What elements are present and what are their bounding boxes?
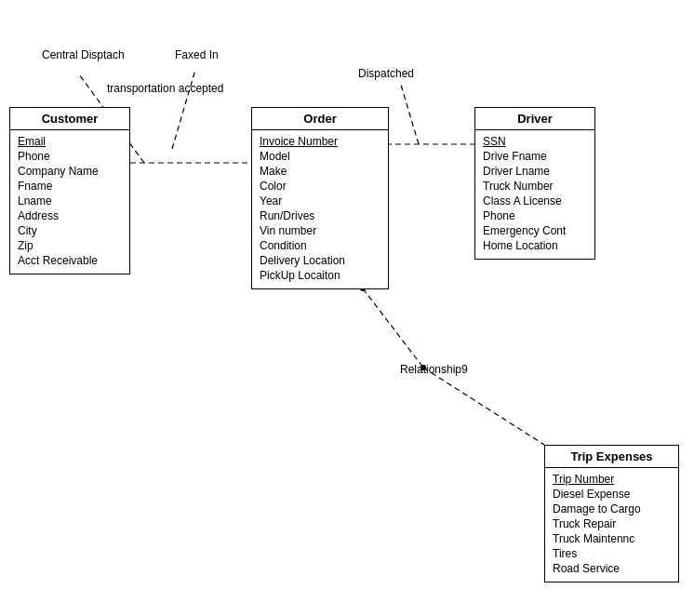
label-central-disptach: Central Disptach [42,48,125,61]
entity-customer: Customer Email Phone Company Name Fname … [9,107,130,275]
svg-line-4 [400,82,419,144]
entity-trip-expenses: Trip Expenses Trip Number Diesel Expense… [544,445,679,583]
label-relationship9: Relationship9 [400,363,468,376]
field-drive-fname: Drive Fname [483,149,587,164]
field-ssn: SSN [483,134,587,149]
entity-trip-expenses-header: Trip Expenses [545,446,678,468]
entity-trip-expenses-body: Trip Number Diesel Expense Damage to Car… [545,468,678,582]
field-driver-phone: Phone [483,208,587,223]
field-address: Address [18,208,122,223]
field-city: City [18,223,122,238]
field-make: Make [260,164,380,179]
entity-driver-body: SSN Drive Fname Driver Lname Truck Numbe… [475,130,594,259]
field-pickup-location: PickUp Locaiton [260,268,380,283]
field-truck-maintennc: Truck Maintennc [553,531,671,546]
field-model: Model [260,149,380,164]
entity-customer-body: Email Phone Company Name Fname Lname Add… [10,130,129,274]
field-truck-repair: Truck Repair [553,516,671,531]
field-diesel-expense: Diesel Expense [553,487,671,502]
field-delivery-location: Delivery Location [260,253,380,268]
field-condition: Condition [260,238,380,253]
field-road-service: Road Service [553,561,671,576]
field-company-name: Company Name [18,164,122,179]
field-driver-lname: Driver Lname [483,164,587,179]
field-class-a-license: Class A License [483,194,587,208]
field-trip-number: Trip Number [553,472,671,487]
field-year: Year [260,194,380,208]
field-zip: Zip [18,238,122,253]
field-vin-number: Vin number [260,223,380,238]
entity-order-body: Invoice Number Model Make Color Year Run… [252,130,388,288]
field-email: Email [18,134,122,149]
field-tires: Tires [553,546,671,561]
diagram-container: Customer Email Phone Company Name Fname … [0,0,694,616]
field-invoice-number: Invoice Number [260,134,380,149]
field-fname: Fname [18,179,122,194]
svg-line-5 [363,288,423,368]
field-home-location: Home Location [483,238,587,253]
field-truck-number: Truck Number [483,179,587,194]
field-lname: Lname [18,194,122,208]
field-emergency-cont: Emergency Cont [483,223,587,238]
field-phone: Phone [18,149,122,164]
field-run-drives: Run/Drives [260,208,380,223]
label-faxed-in: Faxed In [175,48,219,61]
entity-order: Order Invoice Number Model Make Color Ye… [251,107,389,289]
entity-driver: Driver SSN Drive Fname Driver Lname Truc… [474,107,595,260]
entity-driver-header: Driver [475,108,594,130]
field-color: Color [260,179,380,194]
field-damage-to-cargo: Damage to Cargo [553,502,671,516]
label-transportation-accepted: transportation accepted [107,82,223,95]
entity-customer-header: Customer [10,108,129,130]
field-acct-receivable: Acct Receivable [18,253,122,268]
svg-line-6 [423,368,544,445]
entity-order-header: Order [252,108,388,130]
label-dispatched: Dispatched [358,67,414,80]
